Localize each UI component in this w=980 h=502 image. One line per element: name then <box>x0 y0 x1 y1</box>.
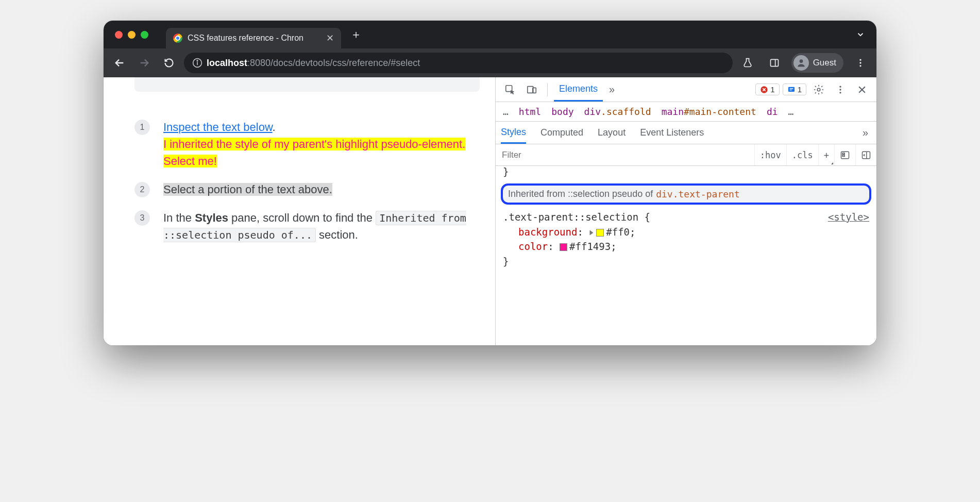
labs-button[interactable] <box>738 53 757 73</box>
chrome-favicon-icon <box>173 34 182 43</box>
rule-close-brace: } <box>503 254 869 269</box>
rule-source-link[interactable]: <style> <box>828 210 869 225</box>
breadcrumb-html[interactable]: html <box>519 106 541 117</box>
browser-toolbar: localhost:8080/docs/devtools/css/referen… <box>104 48 876 77</box>
address-bar[interactable]: localhost:8080/docs/devtools/css/referen… <box>184 53 733 73</box>
issues-badge[interactable]: 1 <box>783 83 806 95</box>
device-toolbar-button[interactable] <box>522 80 541 99</box>
instruction-list: Inspect the text below. I inherited the … <box>134 119 486 243</box>
close-tab-button[interactable]: ✕ <box>326 32 334 44</box>
hov-toggle[interactable]: :hov <box>754 144 786 165</box>
inspect-element-button[interactable] <box>501 80 519 99</box>
step-2-text: Select a portion of the text above. <box>163 183 332 196</box>
avatar-icon <box>793 55 809 71</box>
forward-button[interactable] <box>134 53 154 73</box>
subtab-computed[interactable]: Computed <box>540 122 583 144</box>
browser-tab[interactable]: CSS features reference - Chron ✕ <box>166 28 341 48</box>
step-2: Select a portion of the text above. <box>134 181 486 198</box>
devtools-panel: Elements » 1 1 <box>495 77 876 345</box>
svg-rect-25 <box>842 155 844 157</box>
color-swatch-fg[interactable] <box>560 243 567 251</box>
svg-rect-6 <box>770 59 778 66</box>
rule-selector[interactable]: .text-parent::selection { <box>503 210 650 225</box>
step-3: In the Styles pane, scroll down to find … <box>134 209 486 243</box>
svg-rect-16 <box>788 87 795 91</box>
url-path: :8080/docs/devtools/css/reference/#selec… <box>247 58 420 68</box>
dom-breadcrumb[interactable]: … html body div.scaffold main#main-conte… <box>496 102 876 122</box>
breadcrumb-di[interactable]: di <box>767 106 778 117</box>
rule-prop-background[interactable]: background: #ff0; <box>503 225 869 240</box>
back-button[interactable] <box>110 53 129 73</box>
more-tabs-button[interactable]: » <box>606 83 618 95</box>
svg-point-18 <box>839 86 841 87</box>
inherited-section-header[interactable]: Inherited from ::selection pseudo of div… <box>501 183 871 205</box>
devtools-top-bar: Elements » 1 1 <box>496 77 876 102</box>
tab-strip: CSS features reference - Chron ✕ ＋ <box>104 21 876 48</box>
svg-point-11 <box>859 65 861 66</box>
svg-point-10 <box>859 62 861 63</box>
styles-subtabs: Styles Computed Layout Event Listeners » <box>496 122 876 144</box>
content-split: Inspect the text below. I inherited the … <box>104 77 876 345</box>
svg-point-19 <box>839 89 841 90</box>
toggle-sidebar-button[interactable] <box>855 144 876 165</box>
errors-badge[interactable]: 1 <box>755 83 779 95</box>
toolbar-actions: Guest <box>738 53 870 73</box>
menu-button[interactable] <box>851 53 870 73</box>
svg-point-17 <box>817 88 820 91</box>
breadcrumb-main[interactable]: main#main-content <box>662 106 756 117</box>
subtab-layout[interactable]: Layout <box>598 122 626 144</box>
inspect-link[interactable]: Inspect the text below <box>163 121 273 133</box>
new-rule-button[interactable]: + <box>818 144 834 165</box>
svg-point-8 <box>799 59 803 63</box>
inherited-prefix: Inherited from ::selection pseudo of <box>508 189 653 199</box>
expand-shorthand-icon[interactable] <box>590 230 594 235</box>
window-controls <box>115 31 148 39</box>
new-tab-button[interactable]: ＋ <box>345 27 367 42</box>
step-1: Inspect the text below. I inherited the … <box>134 119 486 170</box>
svg-point-20 <box>839 92 841 93</box>
breadcrumb-div-scaffold[interactable]: div.scaffold <box>584 106 651 117</box>
minimize-window-button[interactable] <box>128 31 136 39</box>
breadcrumb-ellipsis[interactable]: … <box>503 106 509 117</box>
profile-button[interactable]: Guest <box>791 53 843 73</box>
breadcrumb-ellipsis-right[interactable]: … <box>788 106 794 117</box>
reload-button[interactable] <box>159 53 179 73</box>
tab-elements[interactable]: Elements <box>554 77 603 102</box>
browser-window: CSS features reference - Chron ✕ ＋ local… <box>104 21 876 345</box>
subtab-styles[interactable]: Styles <box>501 122 526 144</box>
profile-label: Guest <box>813 58 836 68</box>
styles-filter-bar: :hov .cls + <box>496 144 876 166</box>
page-content: Inspect the text below. I inherited the … <box>104 77 495 345</box>
settings-button[interactable] <box>809 80 828 99</box>
maximize-window-button[interactable] <box>141 31 148 39</box>
css-rule: .text-parent::selection { <style> backgr… <box>496 208 876 274</box>
more-options-button[interactable] <box>831 80 850 99</box>
site-info-icon[interactable] <box>192 58 202 68</box>
rule-prop-color[interactable]: color: #ff1493; <box>503 239 869 254</box>
svg-point-9 <box>859 59 861 61</box>
tab-search-button[interactable] <box>851 30 870 39</box>
close-window-button[interactable] <box>115 31 123 39</box>
breadcrumb-body[interactable]: body <box>551 106 573 117</box>
subtab-event-listeners[interactable]: Event Listeners <box>640 122 704 144</box>
svg-rect-24 <box>842 153 844 154</box>
url-host: localhost <box>207 58 247 68</box>
side-panel-button[interactable] <box>765 53 784 73</box>
computed-styles-sidebar-button[interactable] <box>834 144 855 165</box>
color-swatch-bg[interactable] <box>596 229 604 237</box>
inherited-selector-link[interactable]: div.text-parent <box>656 189 740 199</box>
svg-point-4 <box>197 60 198 61</box>
more-subtabs-button[interactable]: » <box>859 127 871 139</box>
styles-filter-input[interactable] <box>496 144 754 165</box>
cls-toggle[interactable]: .cls <box>786 144 818 165</box>
close-devtools-button[interactable] <box>853 80 871 99</box>
tab-title: CSS features reference - Chron <box>188 34 303 43</box>
highlight-sample-text[interactable]: I inherited the style of my parent's hig… <box>163 138 465 168</box>
